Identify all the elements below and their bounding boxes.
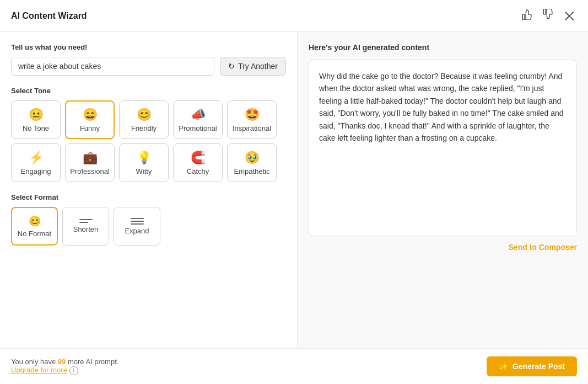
generate-label: Generate Post: [513, 362, 565, 371]
format-icon: 😊: [29, 215, 41, 227]
tone-card-friendly[interactable]: 😊 Friendly: [119, 100, 169, 139]
tone-emoji: 🤩: [245, 108, 260, 122]
right-panel: Here's your AI generated content Why did…: [298, 32, 588, 348]
tone-card-empathetic[interactable]: 🥹 Empathetic: [227, 143, 277, 182]
header-actions: [520, 8, 577, 24]
footer: You only have 99 more AI prompt. Upgrade…: [0, 348, 588, 384]
tone-emoji: 💡: [137, 151, 152, 165]
generate-icon: ✨: [499, 362, 508, 371]
tone-card-no-tone[interactable]: 😐 No Tone: [11, 100, 61, 139]
format-card-shorten[interactable]: Shorten: [62, 207, 109, 246]
tone-label: Funny: [80, 124, 100, 132]
tone-label: Empathetic: [234, 167, 269, 175]
format-section-label: Select Format: [11, 193, 286, 201]
tone-emoji: 🧲: [191, 151, 206, 165]
format-label: Shorten: [73, 225, 99, 233]
tone-card-engaging[interactable]: ⚡ Engaging: [11, 143, 61, 182]
tone-grid: 😐 No Tone 😄 Funny 😊 Friendly 📣 Promotion…: [11, 100, 286, 182]
close-button[interactable]: [562, 8, 577, 24]
prompt-input[interactable]: [11, 57, 214, 76]
tone-card-catchy[interactable]: 🧲 Catchy: [173, 143, 223, 182]
tone-label: Engaging: [21, 167, 51, 175]
tone-label: Professional: [70, 167, 110, 175]
left-panel: Tell us what you need! ↻ Try Another Sel…: [0, 32, 298, 348]
generated-content: Why did the cake go to the doctor? Becau…: [309, 60, 577, 236]
format-card-expand[interactable]: Expand: [114, 207, 160, 246]
tone-label: Inspirational: [233, 124, 271, 132]
upgrade-link[interactable]: Upgrade for more: [11, 366, 67, 374]
try-another-button[interactable]: ↻ Try Another: [220, 57, 286, 76]
input-row: ↻ Try Another: [11, 57, 286, 76]
generate-button[interactable]: ✨ Generate Post: [487, 356, 577, 376]
tone-label: No Tone: [23, 124, 49, 132]
tone-card-witty[interactable]: 💡 Witty: [119, 143, 169, 182]
tone-card-promotional[interactable]: 📣 Promotional: [173, 100, 223, 139]
tone-card-funny[interactable]: 😄 Funny: [65, 100, 115, 139]
tone-card-professional[interactable]: 💼 Professional: [65, 143, 115, 182]
format-label: No Format: [18, 230, 51, 238]
footer-left: You only have 99 more AI prompt. Upgrade…: [11, 358, 118, 375]
tone-section-label: Select Tone: [11, 87, 286, 95]
format-card-no-format[interactable]: 😊 No Format: [11, 207, 58, 246]
tone-label: Friendly: [131, 124, 157, 132]
prompt-prefix: You only have: [11, 358, 58, 366]
modal-container: AI Content Wizard: [0, 0, 588, 384]
send-to-composer-button[interactable]: Send to Composer: [509, 243, 577, 252]
format-icon: [131, 218, 144, 225]
format-grid: 😊 No Format Shorten Expand: [11, 207, 286, 246]
svg-rect-0: [522, 14, 525, 20]
tone-emoji: ⚡: [29, 151, 44, 165]
tone-label: Witty: [136, 167, 152, 175]
tone-emoji: 😐: [29, 108, 44, 122]
tone-emoji: 📣: [191, 108, 206, 122]
modal-body: Tell us what you need! ↻ Try Another Sel…: [0, 32, 588, 348]
tone-emoji: 😄: [83, 108, 98, 122]
right-panel-title: Here's your AI generated content: [309, 43, 577, 52]
tone-emoji: 😊: [137, 108, 152, 122]
tone-label: Promotional: [179, 124, 217, 132]
prompt-count: 99: [58, 358, 66, 366]
reload-icon: ↻: [228, 62, 235, 71]
try-another-label: Try Another: [238, 62, 278, 71]
tone-label: Catchy: [187, 167, 209, 175]
modal-title: AI Content Wizard: [11, 11, 87, 21]
format-label: Expand: [125, 227, 149, 235]
thumbs-up-button[interactable]: [520, 8, 536, 24]
modal-header: AI Content Wizard: [0, 0, 588, 32]
tone-card-inspirational[interactable]: 🤩 Inspirational: [227, 100, 277, 139]
format-icon: [79, 219, 93, 223]
send-to-composer-row: Send to Composer: [309, 243, 577, 252]
tone-emoji: 🥹: [245, 151, 260, 165]
info-icon[interactable]: i: [69, 366, 78, 375]
input-section-label: Tell us what you need!: [11, 43, 286, 51]
tone-emoji: 💼: [83, 151, 98, 165]
svg-rect-1: [543, 9, 546, 14]
prompt-suffix: more AI prompt.: [66, 358, 118, 366]
thumbs-down-button[interactable]: [541, 8, 557, 24]
